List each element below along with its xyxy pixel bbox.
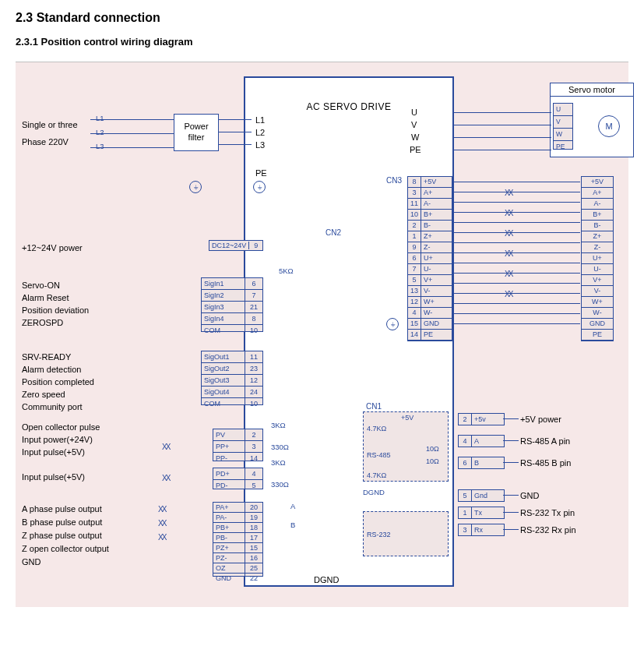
cn1-desc-3: GND [520, 489, 539, 502]
power-line-l2: L2 [96, 128, 104, 136]
label-z-phase: Z phase pulse output [22, 530, 109, 543]
cn1-label: CN1 [366, 402, 382, 411]
label-alarm-detection: Alarm detection [22, 363, 94, 376]
twist-icon: XX [158, 519, 165, 528]
motor-term-w: W [411, 132, 419, 142]
label-b-phase: B phase pulse output [22, 517, 109, 530]
cn2-label: CN2 [326, 228, 341, 237]
drive-term-l2: L2 [255, 128, 265, 137]
power-filter-label: Power filter [184, 122, 208, 142]
motor-term-pe: PE [410, 145, 421, 154]
sigin-labels: Servo-ON Alarm Reset Position deviation … [22, 279, 89, 329]
phase-mark-a: A [290, 502, 295, 510]
label-servo-on: Servo-ON [22, 279, 89, 291]
dgnd-label: DGND [314, 575, 339, 584]
label-gnd: GND [22, 556, 109, 570]
cn1-desc-1: RS-485 A pin [520, 435, 570, 447]
cn3-table-left: 8+5V3A+11A-10B+2B-1Z+9Z-6U+7U-5V+13V-12W… [407, 176, 452, 341]
cn1-table: 2+5v4A6B5Gnd1Tx3Rx [458, 413, 503, 545]
phase-mark-b: B [290, 521, 295, 529]
ground-icon-2: ⏚ [189, 181, 202, 193]
label-community-port: Community port [22, 401, 94, 413]
power-filter-box: Power filter [174, 114, 219, 151]
power-source-label-2: Phase 220V [22, 137, 69, 146]
dc-range: DC12~24V [209, 242, 249, 249]
label-position-completed: Position completed [22, 376, 94, 388]
ground-icon: ⏚ [386, 318, 399, 330]
servo-motor-title: Servo motor [551, 83, 633, 97]
pulsein-block-2: PD+4 PD-5 [213, 468, 263, 489]
drive-term-pe: PE [255, 168, 267, 178]
twist-icon: XX [162, 474, 169, 482]
motor-terms: U V W PE [553, 103, 573, 150]
label-srv-ready: SRV-READY [22, 351, 94, 363]
pulsein-r2b: 330Ω [271, 480, 289, 489]
twist-icon: XX [162, 443, 169, 451]
pulseout-labels: A phase pulse output B phase pulse outpu… [22, 503, 109, 570]
dc-power-label: +12~24V power [22, 243, 83, 252]
power-line-l3: L3 [96, 142, 104, 150]
rs485-box: +5V 4.7KΩ RS-485 4.7KΩ 10Ω 10Ω [363, 411, 449, 482]
label-alarm-reset: Alarm Reset [22, 291, 89, 304]
motor-icon: M [598, 115, 620, 137]
cn1-desc-0: +5V power [520, 413, 561, 425]
pulseout-block: PA+20 PA-19 PB+18 PB-17 PZ+15 PZ-16 OZ25… [213, 502, 263, 577]
drive-term-l3: L3 [255, 140, 265, 150]
label-zerospd: ZEROSPD [22, 316, 89, 329]
wiring-diagram: AC SERVO DRIVE Single or three Phase 220… [16, 62, 628, 607]
sigin-block: SigIn16 SigIn27 SigIn321 SigIn48 COM10 [201, 277, 263, 332]
pulsein-block-1: PV2 PP+3 PP-14 [213, 429, 263, 461]
power-line-l1: L1 [96, 114, 104, 122]
twist-icon: XX [158, 505, 165, 514]
dc-range-pin: 9 [249, 242, 262, 249]
motor-term-v: V [411, 120, 417, 129]
label-oc-pulse: Open collector pulse [22, 421, 100, 433]
sigin-resistor: 5KΩ [279, 267, 294, 275]
label-input-pulse-5v-1: Input pulse(+5V) [22, 446, 100, 458]
pulsein-r1b: 3KΩ [271, 458, 286, 467]
dc-range-box: DC12~24V 9 [209, 240, 263, 251]
pulsein-r1: 3KΩ [271, 421, 286, 429]
cn1-desc-2: RS-485 B pin [520, 457, 571, 469]
sigout-labels: SRV-READY Alarm detection Position compl… [22, 351, 94, 413]
section-heading: 2.3 Standard connection [16, 11, 628, 25]
motor-term-u: U [411, 108, 417, 117]
cn3-label: CN3 [386, 176, 402, 185]
label-z-oc: Z open collector output [22, 543, 109, 556]
twist-icon: XX [158, 533, 165, 542]
rs232-box: RS-232 [363, 511, 449, 556]
drive-term-l1: L1 [255, 115, 265, 125]
power-source-label-1: Single or three [22, 120, 78, 129]
subsection-heading: 2.3.1 Position control wiring diagram [16, 36, 628, 48]
ground-icon: ⏚ [253, 181, 266, 193]
label-position-deviation: Position deviation [22, 304, 89, 316]
label-zero-speed: Zero speed [22, 388, 94, 401]
pulsein-r2: 330Ω [271, 443, 289, 451]
sigout-block: SigOut111 SigOut223 SigOut312 SigOut424 … [201, 351, 263, 405]
cn1-desc-4: RS-232 Tx pin [520, 507, 575, 519]
cn3-table-right: +5VA+A-B+B-Z+Z-U+U-V+V-W+W-GNDPE [581, 176, 614, 341]
pulsein-labels: Open collector pulse Input power(+24V) I… [22, 421, 100, 483]
label-input-pulse-5v-2: Input pulse(+5V) [22, 471, 100, 483]
label-a-phase: A phase pulse output [22, 503, 109, 517]
dgnd-cn1: DGND [363, 488, 385, 496]
drive-title: AC SERVO DRIVE [244, 101, 454, 112]
label-input-power-24v: Input power(+24V) [22, 433, 100, 446]
cn1-desc-5: RS-232 Rx pin [520, 524, 576, 536]
